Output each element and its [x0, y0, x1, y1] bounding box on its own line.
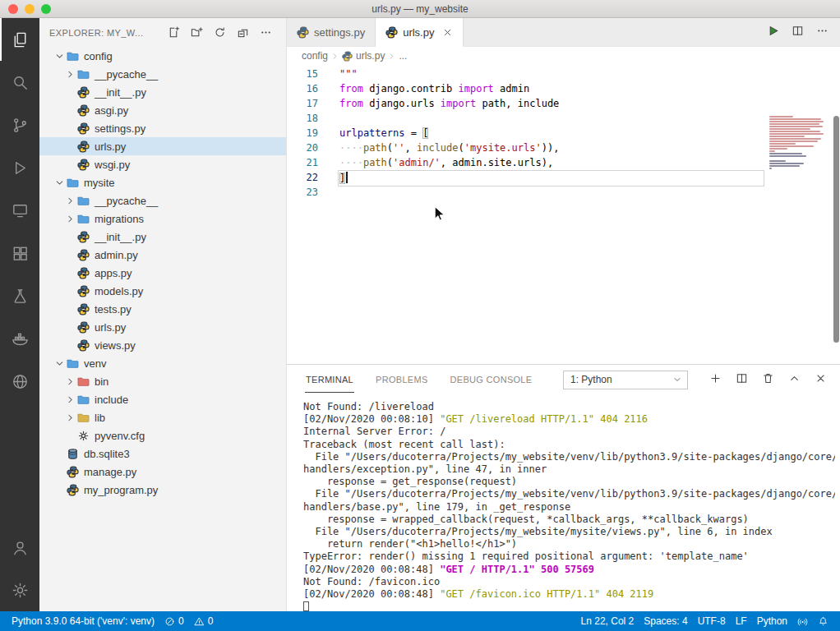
tree-item-__pycache__[interactable]: __pycache__	[39, 65, 286, 83]
activity-testing-button[interactable]	[0, 274, 39, 317]
activity-explorer-button[interactable]	[0, 18, 39, 61]
problems-errors[interactable]: 0	[159, 611, 189, 631]
tree-item-label: tests.py	[95, 303, 132, 316]
minimap[interactable]	[769, 116, 828, 173]
tree-item-apps.py[interactable]: apps.py	[39, 264, 286, 282]
breadcrumb-item[interactable]: config	[302, 50, 328, 62]
tree-item-asgi.py[interactable]: asgi.py	[39, 101, 286, 119]
manage-button[interactable]	[0, 569, 39, 611]
tree-item-tests.py[interactable]: tests.py	[39, 300, 286, 318]
code-line-15[interactable]: 15"""	[287, 67, 840, 81]
new-file-button[interactable]	[166, 25, 181, 40]
tab-urls.py[interactable]: urls.py	[376, 18, 464, 47]
code-line-17[interactable]: 17from django.urls import path, include	[287, 96, 840, 111]
split-editor-icon	[736, 372, 748, 388]
eol-sequence[interactable]: LF	[731, 611, 752, 631]
activity-extensions-button[interactable]	[0, 232, 39, 274]
panel-tab-terminal[interactable]: TERMINAL	[305, 367, 354, 393]
editor-more-actions-button[interactable]	[816, 25, 828, 40]
warning-icon	[194, 616, 205, 627]
tree-item-include[interactable]: include	[39, 390, 286, 408]
tree-item-venv[interactable]: venv	[39, 354, 286, 372]
folder-icon	[76, 67, 90, 81]
vertical-scrollbar[interactable]	[833, 116, 839, 343]
python-interpreter[interactable]: Python 3.9.0 64-bit ('venv': venv)	[7, 611, 159, 631]
views-more-actions-button[interactable]	[258, 25, 273, 40]
tree-item-label: __pycache__	[95, 68, 158, 81]
close-window-button[interactable]	[8, 4, 18, 14]
activity-source-control-button[interactable]	[0, 104, 39, 146]
breadcrumb-item[interactable]: urls.py	[342, 50, 385, 62]
tree-item-manage.py[interactable]: manage.py	[39, 463, 286, 481]
terminal-picker[interactable]: 1: Python	[563, 371, 688, 389]
terminal-output[interactable]: Not Found: /livereload[02/Nov/2020 00:08…	[303, 401, 835, 611]
collapse-folders-button[interactable]	[235, 25, 250, 40]
code-line-22[interactable]: 22]	[287, 170, 840, 185]
tree-item-models.py[interactable]: models.py	[39, 282, 286, 300]
accounts-button[interactable]	[0, 526, 39, 569]
activity-web-button[interactable]	[0, 360, 39, 403]
breadcrumb-item[interactable]: ...	[399, 50, 407, 62]
activity-search-button[interactable]	[0, 61, 39, 104]
code-line-20[interactable]: 20····path('', include('mysite.urls')),	[287, 140, 840, 155]
tree-item-__init__.py[interactable]: __init__.py	[39, 228, 286, 246]
split-terminal-button[interactable]	[736, 372, 748, 388]
tree-item-views.py[interactable]: views.py	[39, 336, 286, 354]
tree-item-lib[interactable]: lib	[39, 408, 286, 426]
cursor-position[interactable]: Ln 22, Col 2	[576, 611, 639, 631]
tree-item-settings.py[interactable]: settings.py	[39, 119, 286, 137]
tree-item-urls.py[interactable]: urls.py	[39, 137, 286, 155]
code-line-19[interactable]: 19urlpatterns = [	[287, 126, 840, 140]
code-line-23[interactable]: 23	[287, 185, 840, 200]
new-terminal-button[interactable]	[709, 372, 722, 388]
indentation[interactable]: Spaces: 4	[639, 611, 692, 631]
live-share[interactable]	[792, 611, 813, 631]
tree-item-config[interactable]: config	[39, 47, 286, 65]
tree-item-db.sqlite3[interactable]: db.sqlite3	[39, 444, 286, 463]
panel-tab-debug-console[interactable]: DEBUG CONSOLE	[450, 367, 533, 393]
new-folder-button[interactable]	[189, 25, 204, 40]
code-editor[interactable]: 15"""16from django.contrib import admin1…	[287, 65, 840, 364]
tree-item-label: manage.py	[84, 466, 136, 478]
python-file-icon	[76, 230, 90, 243]
code-line-21[interactable]: 21····path('admin/', admin.site.urls),	[287, 155, 840, 170]
activity-docker-button[interactable]	[0, 317, 39, 360]
code-line-18[interactable]: 18	[287, 111, 840, 126]
minimize-window-button[interactable]	[25, 4, 35, 14]
refresh-explorer-button[interactable]	[212, 25, 227, 40]
activity-remote-explorer-button[interactable]	[0, 189, 39, 232]
code-text: ····path('', include('mysite.urls')),	[333, 142, 559, 154]
maximize-panel-button[interactable]	[788, 372, 801, 388]
tree-item-__init__.py[interactable]: __init__.py	[39, 83, 286, 101]
encoding[interactable]: UTF-8	[693, 611, 731, 631]
run-button[interactable]	[767, 25, 779, 40]
tree-item-urls.py[interactable]: urls.py	[39, 318, 286, 336]
kill-terminal-button[interactable]	[762, 372, 774, 388]
tree-item-label: wsgi.py	[95, 159, 130, 171]
activity-run-debug-button[interactable]	[0, 146, 39, 189]
tree-item-admin.py[interactable]: admin.py	[39, 246, 286, 264]
close-tab-icon[interactable]	[442, 27, 453, 38]
tree-item-migrations[interactable]: migrations	[39, 210, 286, 228]
tree-item-wsgi.py[interactable]: wsgi.py	[39, 155, 286, 173]
trash-icon	[762, 372, 774, 388]
zoom-window-button[interactable]	[41, 4, 51, 14]
tree-item-my_program.py[interactable]: my_program.py	[39, 481, 286, 499]
tree-item-pyvenv.cfg[interactable]: pyvenv.cfg	[39, 426, 286, 444]
language-mode[interactable]: Python	[752, 611, 792, 631]
code-line-16[interactable]: 16from django.contrib import admin	[287, 81, 840, 96]
notifications[interactable]	[813, 611, 833, 631]
breadcrumb-label: config	[302, 50, 328, 62]
tree-item-label: asgi.py	[95, 104, 128, 117]
database-file-icon	[66, 447, 80, 460]
tree-item-__pycache__[interactable]: __pycache__	[39, 191, 286, 210]
tree-item-mysite[interactable]: mysite	[39, 173, 286, 191]
indent-spacer	[63, 85, 76, 99]
split-editor-button[interactable]	[792, 25, 804, 40]
panel-tab-problems[interactable]: PROBLEMS	[375, 367, 429, 393]
tab-settings.py[interactable]: settings.py	[287, 18, 376, 47]
terminal-line: handlers/base.py", line 179, in _get_res…	[303, 501, 835, 514]
problems-warnings[interactable]: 0	[189, 611, 219, 631]
close-panel-button[interactable]	[815, 372, 827, 388]
tree-item-bin[interactable]: bin	[39, 372, 286, 390]
